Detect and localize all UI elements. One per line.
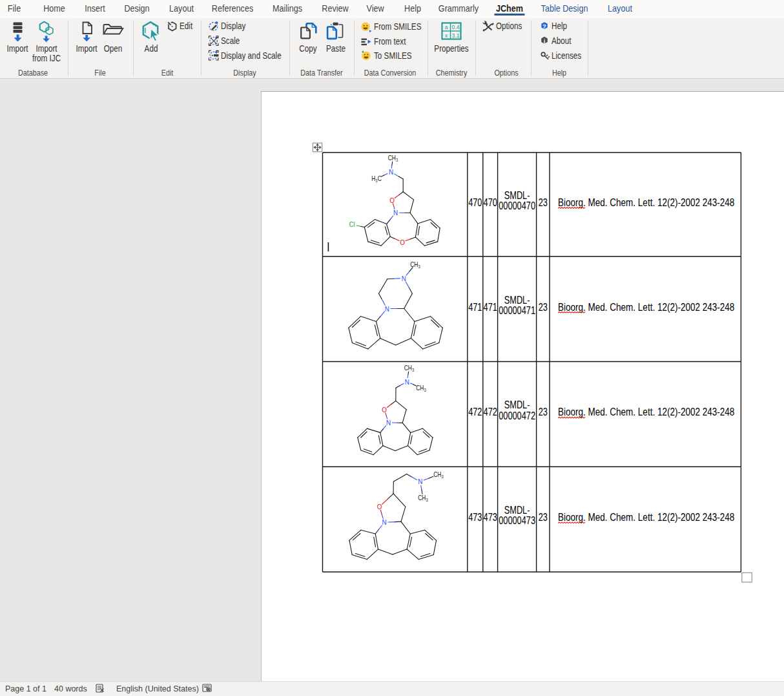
svg-text:0.4: 0.4 <box>452 24 460 30</box>
svg-text:?: ? <box>542 23 546 30</box>
svg-text:a: a <box>445 24 448 30</box>
svg-text:i: i <box>544 37 546 45</box>
svg-text:x: x <box>445 32 448 39</box>
svg-text:3.1: 3.1 <box>452 32 460 39</box>
